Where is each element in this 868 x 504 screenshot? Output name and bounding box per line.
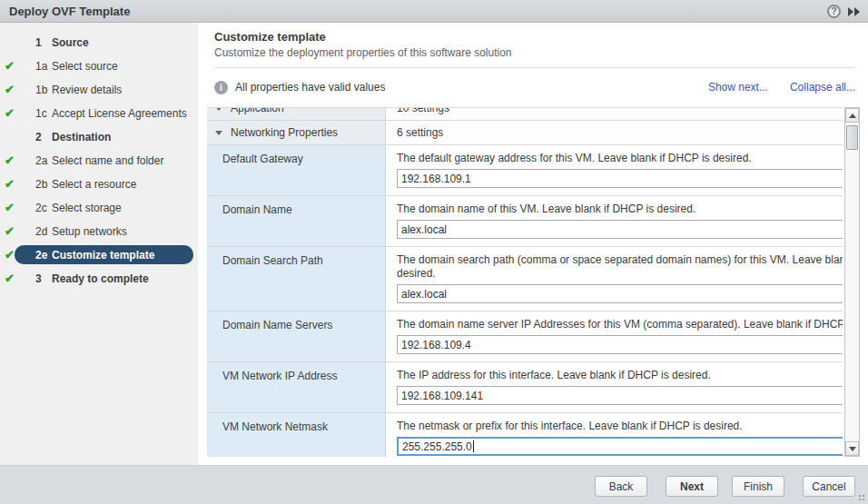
step-complete-check-icon: ✔: [5, 173, 17, 196]
group-row-networking-properties[interactable]: Networking Properties6 settings: [207, 121, 843, 145]
page-title: Customize template: [214, 30, 326, 44]
step-number: 2c: [35, 196, 51, 220]
group-row-application[interactable]: Application10 settings: [207, 107, 843, 121]
vertical-scrollbar[interactable]: [844, 107, 860, 457]
step-complete-check-icon: ✔: [5, 196, 17, 220]
step-complete-check-icon: ✔: [5, 149, 17, 173]
step-label: Accept License Agreements: [52, 102, 190, 120]
property-description: The domain search path (comma or space s…: [397, 253, 843, 281]
wizard-step-2c[interactable]: ✔2cSelect storage: [0, 196, 198, 220]
property-row-domain-name-servers: Domain Name ServersThe domain name serve…: [207, 311, 843, 362]
step-number: 1a: [35, 54, 51, 78]
group-label: Networking Properties: [231, 126, 338, 139]
wizard-step-2d[interactable]: ✔2dSetup networks: [0, 220, 198, 243]
property-description: The IP address for this interface. Leave…: [397, 369, 843, 382]
cancel-button[interactable]: Cancel: [803, 476, 855, 497]
finish-button[interactable]: Finish: [732, 476, 784, 497]
collapse-triangle-icon[interactable]: [215, 131, 222, 135]
text-cursor: [473, 440, 474, 452]
info-icon: i: [214, 81, 228, 94]
step-label: Select storage: [52, 196, 190, 220]
property-label: VM Network Netmask: [207, 413, 386, 457]
property-description: The domain name server IP Addresses for …: [397, 318, 843, 331]
property-description: The default gateway address for this VM.…: [397, 152, 843, 165]
group-settings-count: 6 settings: [386, 121, 843, 144]
property-row-vm-network-ip-address: VM Network IP AddressThe IP address for …: [207, 362, 843, 413]
wizard-step-2b[interactable]: ✔2bSelect a resource: [0, 173, 198, 196]
group-label-cell[interactable]: Networking Properties: [207, 121, 386, 144]
fast-forward-icon[interactable]: [847, 6, 861, 17]
step-number: 2d: [35, 220, 51, 243]
wizard-step-3[interactable]: ✔3Ready to complete: [0, 267, 198, 291]
help-icon[interactable]: ?: [827, 5, 841, 18]
step-label: Destination: [52, 125, 190, 149]
property-label: Domain Search Path: [207, 247, 386, 311]
property-description: The domain name of this VM. Leave blank …: [397, 203, 843, 216]
wizard-steps-sidebar: 1Source✔1aSelect source✔1bReview details…: [0, 23, 198, 465]
step-number: 2b: [35, 173, 51, 196]
property-description: The netmask or prefix for this interface…: [397, 420, 843, 433]
property-content-cell: The netmask or prefix for this interface…: [386, 413, 843, 457]
vm-network-ip-address-input[interactable]: [397, 386, 843, 405]
step-number: 2e: [35, 243, 51, 267]
property-row-domain-name: Domain NameThe domain name of this VM. L…: [207, 196, 843, 247]
scroll-up-arrow-icon: [849, 114, 856, 118]
scrollbar-thumb[interactable]: [846, 125, 858, 150]
wizard-step-2a[interactable]: ✔2aSelect name and folder: [0, 149, 198, 173]
default-gateway-input[interactable]: [397, 169, 843, 188]
property-label: Default Gateway: [207, 145, 386, 195]
wizard-step-1c[interactable]: ✔1cAccept License Agreements: [0, 102, 198, 125]
step-label: Customize template: [52, 243, 190, 267]
step-label: Select name and folder: [52, 149, 190, 167]
property-label: Domain Name Servers: [207, 311, 386, 361]
domain-name-servers-input[interactable]: [397, 335, 843, 354]
property-row-vm-network-netmask: VM Network NetmaskThe netmask or prefix …: [207, 413, 843, 457]
resize-grip[interactable]: [857, 493, 866, 502]
property-content-cell: The domain name server IP Addresses for …: [386, 311, 843, 361]
collapse-all-link[interactable]: Collapse all...: [790, 81, 855, 94]
wizard-step-1[interactable]: 1Source: [0, 31, 198, 54]
step-number: 2a: [35, 149, 51, 173]
collapse-triangle-icon[interactable]: [215, 107, 222, 111]
show-next-link[interactable]: Show next...: [708, 81, 768, 94]
property-content-cell: The domain name of this VM. Leave blank …: [386, 196, 843, 246]
validation-status-text: All properties have valid values: [235, 81, 708, 94]
scroll-up-button[interactable]: [845, 108, 859, 123]
step-complete-check-icon: ✔: [5, 78, 17, 102]
step-label: Select source: [52, 54, 190, 78]
properties-table: Application10 settingsNetworking Propert…: [207, 107, 843, 457]
property-content-cell: The IP address for this interface. Leave…: [386, 362, 843, 412]
group-label-cell[interactable]: Application: [207, 107, 386, 120]
wizard-step-1a[interactable]: ✔1aSelect source: [0, 54, 198, 78]
wizard-step-2e[interactable]: ✔2eCustomize template: [0, 243, 198, 267]
step-complete-check-icon: ✔: [5, 54, 17, 78]
validation-statusbar: i All properties have valid values Show …: [214, 78, 855, 96]
property-row-default-gateway: Default GatewayThe default gateway addre…: [207, 145, 843, 196]
step-label: Source: [52, 31, 190, 54]
wizard-step-1b[interactable]: ✔1bReview details: [0, 78, 198, 102]
dialog-title: Deploy OVF Template: [0, 5, 130, 18]
back-button[interactable]: Back: [595, 476, 647, 497]
step-number: 1b: [35, 78, 51, 102]
step-complete-check-icon: ✔: [5, 243, 17, 267]
vm-network-netmask-input[interactable]: [397, 437, 843, 456]
property-row-domain-search-path: Domain Search PathThe domain search path…: [207, 247, 843, 311]
wizard-step-2[interactable]: 2Destination: [0, 125, 198, 149]
deploy-ovf-template-dialog: Deploy OVF Template ? 1Source✔1aSelect s…: [0, 0, 868, 504]
step-complete-check-icon: ✔: [5, 220, 17, 243]
property-label: Domain Name: [207, 196, 386, 246]
step-number: 2: [35, 125, 51, 149]
domain-name-input[interactable]: [397, 220, 843, 239]
page-subtitle: Customize the deployment properties of t…: [214, 46, 512, 59]
step-complete-check-icon: ✔: [5, 267, 17, 291]
group-label: Application: [231, 107, 284, 114]
dialog-titlebar: Deploy OVF Template ?: [0, 0, 868, 23]
footer-buttons: Back Next Finish Cancel: [595, 476, 855, 497]
step-number: 1: [35, 31, 51, 54]
scroll-down-button[interactable]: [845, 441, 859, 456]
next-button[interactable]: Next: [666, 476, 718, 497]
domain-search-path-input[interactable]: [397, 284, 843, 303]
step-label: Review details: [52, 78, 190, 102]
step-label: Select a resource: [52, 173, 190, 196]
property-label: VM Network IP Address: [207, 362, 386, 412]
